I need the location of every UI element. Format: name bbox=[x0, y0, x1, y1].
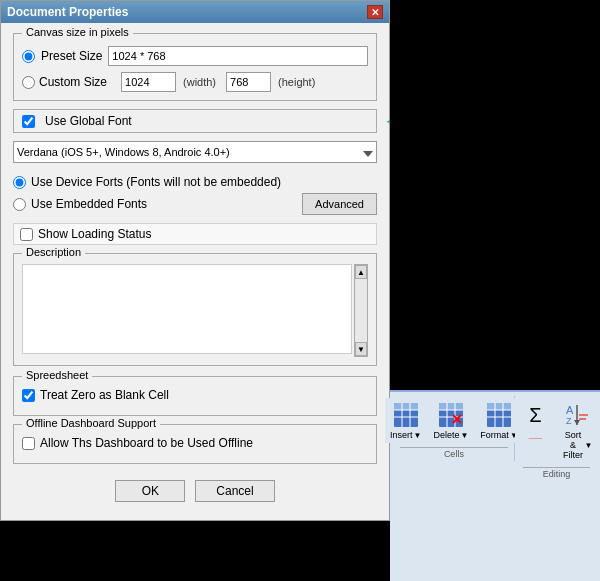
editing-ribbon-group: Σ ___ A Z bbox=[517, 396, 596, 481]
spreadsheet-group: Spreedsheet Treat Zero as Blank Cell bbox=[13, 376, 377, 416]
ok-button[interactable]: OK bbox=[115, 480, 185, 502]
insert-label: Insert bbox=[390, 430, 413, 440]
editing-group-label: Editing bbox=[523, 467, 590, 479]
svg-rect-15 bbox=[487, 403, 511, 410]
ribbon-area: Insert ▼ bbox=[390, 390, 600, 581]
treat-zero-label: Treat Zero as Blank Cell bbox=[40, 388, 169, 402]
svg-text:A: A bbox=[566, 404, 574, 416]
show-loading-row: Show Loading Status bbox=[13, 223, 377, 245]
dialog-body: Canvas size in pixels Preset Size 1024 *… bbox=[1, 23, 389, 520]
custom-size-radio[interactable] bbox=[22, 76, 35, 89]
insert-ribbon-button[interactable]: Insert ▼ bbox=[385, 398, 426, 443]
sort-dropdown-arrow[interactable]: ▼ bbox=[584, 441, 592, 450]
delete-dropdown-arrow[interactable]: ▼ bbox=[460, 431, 468, 440]
delete-ribbon-button[interactable]: Delete ▼ bbox=[428, 398, 473, 443]
embedded-fonts-label: Use Embedded Fonts bbox=[31, 197, 147, 211]
use-global-font-row: Use Global Font ◄ bbox=[13, 109, 377, 133]
show-loading-label: Show Loading Status bbox=[38, 227, 151, 241]
device-fonts-label: Use Device Forts (Fonts will not be embe… bbox=[31, 175, 281, 189]
font-dropdown[interactable]: Verdana (iOS 5+, Windows 8, Androic 4.0+… bbox=[13, 141, 377, 163]
treat-zero-checkbox[interactable] bbox=[22, 389, 35, 402]
insert-icon bbox=[392, 401, 420, 429]
offline-group: Offline Dashboard Support Allow Ths Dash… bbox=[13, 424, 377, 464]
sigma-symbol: Σ bbox=[529, 404, 541, 427]
svg-marker-23 bbox=[574, 420, 580, 425]
width-label: (width) bbox=[183, 76, 216, 88]
preset-size-row: Preset Size 1024 * 768 bbox=[22, 46, 368, 66]
cells-group-label: Cells bbox=[400, 447, 508, 459]
use-global-font-checkbox[interactable] bbox=[22, 115, 35, 128]
device-fonts-radio[interactable] bbox=[13, 176, 26, 189]
allow-offline-label: Allow Ths Dashboard to be Used Offline bbox=[40, 436, 253, 450]
preset-size-label: Preset Size bbox=[41, 49, 102, 63]
custom-size-row: Custom Size 1024 (width) 768 (height) bbox=[22, 72, 368, 92]
sort-filter-icon: A Z bbox=[563, 401, 591, 429]
description-legend: Description bbox=[22, 246, 85, 258]
allow-offline-row: Allow Ths Dashboard to be Used Offline bbox=[22, 436, 368, 450]
insert-dropdown-arrow[interactable]: ▼ bbox=[414, 431, 422, 440]
delete-icon bbox=[437, 401, 465, 429]
description-scrollbar[interactable]: ▲ ▼ bbox=[354, 264, 368, 357]
width-input[interactable]: 1024 bbox=[121, 72, 176, 92]
sigma-icon: Σ bbox=[521, 401, 549, 429]
sort-filter-ribbon-button[interactable]: A Z Sort & Filter ▼ bbox=[557, 398, 597, 463]
dialog-titlebar: Document Properties ✕ bbox=[1, 1, 389, 23]
cancel-button[interactable]: Cancel bbox=[195, 480, 274, 502]
embedded-fonts-radio[interactable] bbox=[13, 198, 26, 211]
custom-size-label: Custom Size bbox=[39, 75, 107, 89]
sum-accent-line: ___ bbox=[529, 430, 542, 439]
font-dropdown-wrapper: Verdana (iOS 5+, Windows 8, Androic 4.0+… bbox=[13, 139, 377, 169]
description-wrapper: ▲ ▼ bbox=[22, 264, 368, 357]
description-textarea[interactable] bbox=[22, 264, 352, 354]
sum-ribbon-button[interactable]: Σ ___ bbox=[515, 398, 555, 463]
delete-label: Delete bbox=[433, 430, 459, 440]
svg-rect-1 bbox=[394, 403, 418, 410]
offline-legend: Offline Dashboard Support bbox=[22, 417, 160, 429]
excel-black-area bbox=[390, 0, 600, 390]
height-input[interactable]: 768 bbox=[226, 72, 271, 92]
spreadsheet-legend: Spreedsheet bbox=[22, 369, 92, 381]
svg-text:Z: Z bbox=[566, 416, 572, 426]
scroll-up-arrow[interactable]: ▲ bbox=[355, 265, 367, 279]
document-properties-dialog: Document Properties ✕ Canvas size in pix… bbox=[0, 0, 390, 521]
description-group: Description ▲ ▼ bbox=[13, 253, 377, 366]
dialog-title: Document Properties bbox=[7, 5, 128, 19]
use-global-font-label: Use Global Font bbox=[45, 114, 132, 128]
height-label: (height) bbox=[278, 76, 315, 88]
excel-panel: Insert ▼ bbox=[390, 0, 600, 581]
treat-zero-row: Treat Zero as Blank Cell bbox=[22, 388, 368, 402]
canvas-size-group: Canvas size in pixels Preset Size 1024 *… bbox=[13, 33, 377, 101]
canvas-size-legend: Canvas size in pixels bbox=[22, 26, 133, 38]
embedded-fonts-row: Use Embedded Fonts Advanced bbox=[13, 193, 377, 215]
allow-offline-checkbox[interactable] bbox=[22, 437, 35, 450]
cells-ribbon-group: Insert ▼ bbox=[394, 396, 515, 461]
format-label: Format bbox=[480, 430, 509, 440]
close-button[interactable]: ✕ bbox=[367, 5, 383, 19]
show-loading-checkbox[interactable] bbox=[20, 228, 33, 241]
format-icon bbox=[485, 401, 513, 429]
advanced-button[interactable]: Advanced bbox=[302, 193, 377, 215]
preset-size-radio[interactable] bbox=[22, 50, 35, 63]
ribbon-row: Insert ▼ bbox=[394, 396, 596, 481]
cells-ribbon-buttons: Insert ▼ bbox=[385, 398, 523, 443]
editing-ribbon-buttons: Σ ___ A Z bbox=[515, 398, 597, 463]
dialog-footer: OK Cancel bbox=[13, 472, 377, 510]
device-fonts-row: Use Device Forts (Fonts will not be embe… bbox=[13, 175, 377, 189]
preset-size-dropdown[interactable]: 1024 * 768 bbox=[108, 46, 368, 66]
font-section: Use Global Font ◄ Verdana (iOS 5+, Windo… bbox=[13, 109, 377, 215]
svg-rect-7 bbox=[439, 403, 463, 410]
sort-filter-label: Sort & Filter bbox=[562, 430, 583, 460]
scroll-down-arrow[interactable]: ▼ bbox=[355, 342, 367, 356]
